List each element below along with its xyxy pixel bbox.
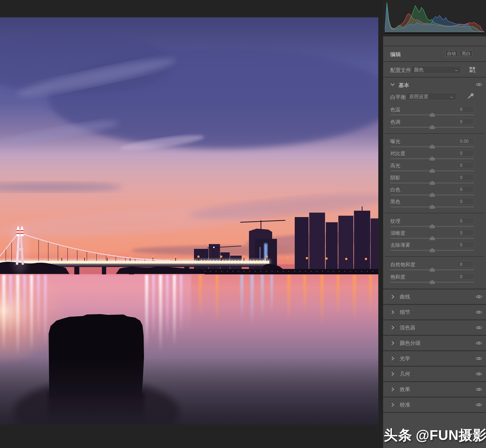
slider-track[interactable] [390, 226, 474, 227]
slider-track[interactable] [390, 127, 474, 128]
eye-icon[interactable] [476, 295, 482, 299]
eye-icon[interactable] [476, 326, 482, 330]
slider-value[interactable]: 0 [457, 229, 474, 236]
section-curves[interactable]: 曲线 [383, 289, 486, 304]
crane-light [213, 247, 215, 248]
slider-thumb[interactable] [430, 144, 435, 149]
divider [385, 213, 485, 213]
eye-icon[interactable] [476, 341, 482, 345]
section-color-mixer[interactable]: 混色器 [383, 320, 486, 335]
slider-track[interactable] [390, 183, 474, 184]
slider-value[interactable]: 0 [457, 118, 474, 125]
slider-value[interactable]: 0 [457, 150, 474, 156]
slider-thumb[interactable] [430, 248, 435, 252]
bridge-pier [102, 267, 106, 274]
profile-dropdown[interactable]: 颜色 ⌄ [411, 66, 461, 73]
wb-dropdown[interactable]: 原照设置 ⌄ [406, 93, 456, 100]
edit-header-row: 编辑 自动 黑白 [383, 46, 486, 61]
bw-button[interactable]: 黑白 [460, 50, 472, 57]
slider-label: 曝光 [390, 138, 400, 145]
slider-track[interactable] [390, 282, 474, 283]
slider-value[interactable]: 0 [457, 198, 474, 205]
slider-value[interactable]: 0 [457, 162, 474, 168]
slider-track[interactable] [390, 269, 474, 270]
slider-label: 色温 [390, 106, 400, 113]
slider-track[interactable] [390, 250, 474, 251]
tint-slider: 色调 0 [383, 118, 486, 132]
bottom-vignette [0, 357, 378, 424]
slider-thumb[interactable] [430, 113, 435, 117]
watermark-handle: @FUN摄影 [416, 427, 486, 443]
shadows-slider: 阴影 0 [383, 174, 486, 188]
eye-icon[interactable] [476, 387, 482, 392]
histogram-footer [383, 36, 486, 46]
chevron-down-icon[interactable] [390, 82, 395, 87]
wb-value: 原照设置 [409, 93, 429, 100]
slider-track[interactable] [390, 146, 474, 147]
slider-thumb[interactable] [430, 224, 435, 228]
slider-thumb[interactable] [430, 268, 435, 272]
slider-value[interactable]: 0 [457, 186, 474, 192]
slider-label: 对比度 [390, 150, 405, 157]
slider-track[interactable] [390, 158, 474, 159]
slider-thumb[interactable] [430, 280, 435, 284]
chevron-right-icon [391, 294, 395, 299]
section-detail[interactable]: 细节 [383, 305, 486, 320]
tower-crossbeam [17, 248, 23, 250]
slider-label: 纹理 [390, 218, 400, 224]
slider-track[interactable] [390, 170, 474, 171]
slider-value[interactable]: 0 [457, 241, 474, 248]
slider-label: 清晰度 [390, 230, 405, 237]
slider-value[interactable]: 0 [457, 217, 474, 224]
slider-thumb[interactable] [430, 125, 435, 129]
eye-icon[interactable] [476, 82, 482, 87]
eyedropper-icon[interactable] [467, 92, 475, 100]
vibrance-slider: 自然饱和度 0 [383, 261, 486, 274]
eye-icon[interactable] [476, 403, 482, 407]
eye-icon[interactable] [476, 310, 482, 314]
section-calibration[interactable]: 校准 [383, 397, 486, 412]
section-label: 混色器 [400, 324, 415, 331]
slider-thumb[interactable] [430, 193, 435, 197]
chevron-right-icon [391, 372, 395, 376]
slider-value[interactable]: 0.00 [457, 138, 474, 144]
eye-icon[interactable] [476, 372, 482, 376]
divider [385, 133, 485, 134]
edit-panel: 编辑 自动 黑白 配置文件 颜色 ⌄ 基本 白平衡 原照设置 [383, 0, 486, 448]
watermark: 头条@FUN摄影 [384, 426, 484, 445]
sunset-photo [0, 17, 378, 424]
slider-thumb[interactable] [430, 205, 435, 209]
contrast-slider: 对比度 0 [383, 150, 486, 163]
slider-label: 阴影 [390, 174, 400, 181]
eye-icon[interactable] [476, 356, 482, 360]
slider-label: 黑色 [390, 198, 400, 205]
histogram-baseline [385, 32, 484, 33]
profile-row: 配置文件 颜色 ⌄ [383, 62, 486, 77]
section-label: 校准 [400, 401, 410, 408]
section-color-grading[interactable]: 颜色分级 [383, 336, 486, 350]
slider-thumb[interactable] [430, 181, 435, 185]
profile-browser-icon[interactable] [469, 67, 476, 73]
slider-value[interactable]: 0 [457, 261, 474, 267]
section-effects[interactable]: 效果 [383, 382, 486, 397]
slider-track[interactable] [390, 207, 474, 208]
auto-button[interactable]: 自动 [445, 50, 458, 57]
section-optics[interactable]: 光学 [383, 351, 486, 366]
slider-label: 自然饱和度 [390, 261, 415, 268]
slider-thumb[interactable] [430, 156, 435, 160]
slider-value[interactable]: 0 [457, 106, 474, 112]
histogram[interactable] [383, 0, 486, 36]
slider-track[interactable] [390, 238, 474, 239]
chevron-right-icon [391, 325, 395, 330]
exposure-slider: 曝光 0.00 [383, 138, 486, 151]
slider-value[interactable]: 0 [457, 174, 474, 181]
slider-value[interactable]: 0 [457, 273, 474, 280]
divider [385, 256, 485, 257]
slider-track[interactable] [390, 194, 474, 195]
chevron-right-icon [391, 341, 395, 345]
slider-track[interactable] [390, 114, 474, 115]
slider-thumb[interactable] [430, 236, 435, 240]
slider-thumb[interactable] [430, 169, 435, 173]
section-geometry[interactable]: 几何 [383, 367, 486, 381]
chevron-right-icon [391, 310, 395, 314]
